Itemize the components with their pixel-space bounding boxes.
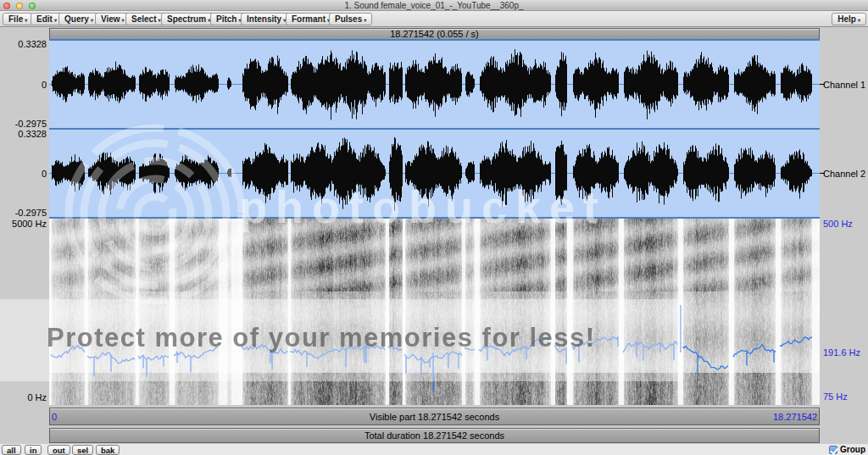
channel1-label: Channel 1 [823,80,865,90]
menu-help[interactable]: Help▾ [832,13,866,25]
menu-intensity[interactable]: Intensity▾ [241,13,292,25]
menu-formant-label: Formant [292,14,326,24]
menu-query-label: Query [64,14,89,24]
waveform-channel1-canvas[interactable] [49,41,820,128]
menu-file-label: File [8,14,23,24]
menu-file[interactable]: File▾ [3,13,33,25]
ch1-zero-label: 0 [0,80,47,90]
menubar: File▾ Edit▾ Query▾ View▾ Select▾ Spectru… [0,11,868,27]
total-duration-play-bar[interactable]: 18.271542 (0.055 / s) [49,28,820,40]
zoom-in-label: in [30,446,36,455]
group-checkbox-container[interactable]: Group [829,445,865,454]
menu-help-label: Help [837,14,856,24]
pitch-floor-label: 75 Hz [823,391,848,402]
chevron-down-icon: ▾ [364,17,366,25]
menu-pitch-label: Pitch [216,14,236,24]
menu-view-label: View [101,14,120,24]
zoom-back-label: bak [101,446,114,455]
menu-query[interactable]: Query▾ [58,13,99,25]
editor-area: 18.271542 (0.055 / s) 0.3328 0 -0.2975 0… [0,27,868,444]
waveform-channel2-canvas[interactable] [49,130,820,217]
menu-pulses[interactable]: Pulses▾ [329,13,372,25]
ch2-max-label: 0.3328 [0,129,47,139]
chevron-down-icon: ▾ [91,17,93,25]
window-title: 1. Sound female_voice_01_-_YouTube__360p… [0,0,868,11]
titlebar[interactable]: 1. Sound female_voice_01_-_YouTube__360p… [0,0,868,11]
spectrogram-max-freq-label: 5000 Hz [0,219,47,229]
zoom-all-label: all [7,446,16,455]
zoom-out-button[interactable]: out [47,445,70,455]
chevron-down-icon: ▾ [54,17,57,25]
menu-edit-label: Edit [36,14,53,24]
zoom-back-button[interactable]: bak [96,445,120,455]
visible-end-time: 18.271542 [773,412,817,422]
channel2-label: Channel 2 [823,169,865,179]
bottom-toolbar: all in out sel bak Group [0,444,868,455]
visible-part-bar[interactable]: 0 Visible part 18.271542 seconds 18.2715… [49,408,820,425]
menu-intensity-label: Intensity [247,14,281,24]
chevron-down-icon: ▾ [25,17,27,25]
menu-spectrum[interactable]: Spectrum▾ [161,13,216,25]
praat-sound-editor-window: 1. Sound female_voice_01_-_YouTube__360p… [0,0,868,455]
spectrogram-min-freq-label: 0 Hz [0,392,47,402]
zoom-in-button[interactable]: in [25,445,42,455]
ch2-zero-label: 0 [0,169,47,179]
total-duration-label: Total duration 18.271542 seconds [364,430,504,441]
spectrogram-panel[interactable] [49,219,820,405]
menu-spectrum-label: Spectrum [167,14,206,24]
ch2-min-label: -0.2975 [0,208,47,218]
pitch-ceiling-label: 500 Hz [823,219,853,229]
group-checkbox[interactable] [829,446,837,454]
waveform-channel1-panel[interactable] [49,41,820,128]
group-label: Group [840,445,865,454]
visible-part-label: Visible part 18.271542 seconds [370,412,499,422]
chevron-down-icon: ▾ [122,17,125,25]
chevron-down-icon: ▾ [858,17,860,25]
menu-pulses-label: Pulses [335,14,362,24]
zoom-out-label: out [53,446,65,455]
waveform-channel2-panel[interactable] [49,130,820,217]
pitch-value-label: 191.6 Hz [823,347,860,358]
zoom-sel-label: sel [77,446,88,455]
cursor-time-label: 18.271542 (0.055 / s) [390,29,479,39]
spectrogram-canvas[interactable] [49,219,820,405]
ch1-max-label: 0.3328 [0,39,47,49]
zoom-sel-button[interactable]: sel [72,445,93,455]
zoom-all-button[interactable]: all [2,445,21,455]
total-duration-bar[interactable]: Total duration 18.271542 seconds [49,428,820,443]
menu-select-label: Select [131,14,156,24]
visible-start-time: 0 [52,412,57,422]
ch1-min-label: -0.2975 [0,119,47,129]
